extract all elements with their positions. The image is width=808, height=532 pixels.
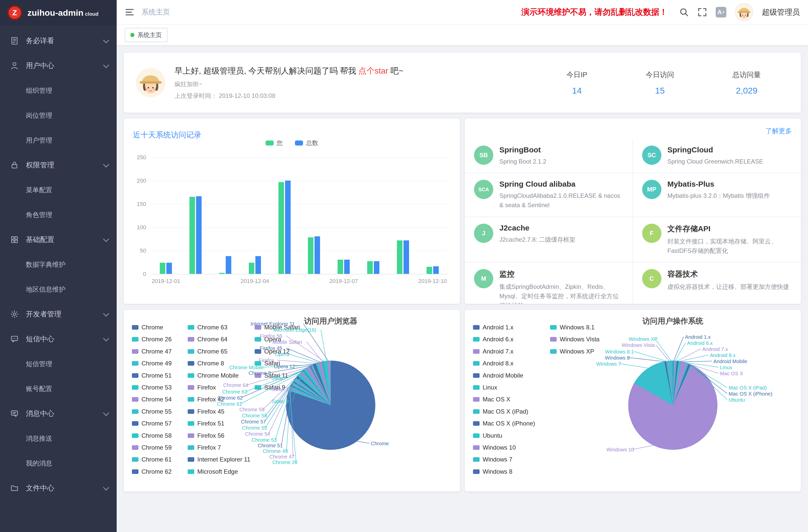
- pie-callout-label: Chrome 8: [249, 370, 271, 376]
- font-icon-letter: A: [717, 8, 722, 16]
- legend-item[interactable]: Chrome 55: [132, 408, 172, 415]
- sidebar-subitem[interactable]: 地区信息维护: [0, 277, 117, 302]
- legend-item[interactable]: 总数: [295, 139, 318, 147]
- sidebar-subitem[interactable]: 短信管理: [0, 351, 117, 376]
- legend-item[interactable]: Windows 8.1: [550, 324, 600, 331]
- y-axis-tick: 150: [132, 201, 146, 207]
- legend-item[interactable]: Internet Explorer 11: [188, 456, 250, 463]
- legend-item[interactable]: Chrome 58: [132, 432, 172, 439]
- legend-item[interactable]: Android 8.x: [473, 360, 535, 367]
- legend-item[interactable]: Windows 7: [473, 456, 535, 463]
- sidebar-subitem[interactable]: 消息推送: [0, 426, 117, 451]
- legend-item[interactable]: Chrome 65: [188, 348, 250, 355]
- legend-item[interactable]: Chrome 61: [132, 456, 172, 463]
- pie-callout-label: Android 6.x: [687, 340, 713, 346]
- framework-title: SpringBoot: [499, 146, 546, 154]
- legend-item[interactable]: Firefox 7: [188, 444, 250, 451]
- last-login-line: 上次登录时间： 2019-12-10 10:03:08: [175, 92, 403, 100]
- legend-item[interactable]: Windows XP: [550, 348, 600, 355]
- frameworks-card-header: 了解更多: [766, 126, 792, 135]
- sidebar-subitem[interactable]: 用户管理: [0, 128, 117, 153]
- legend-item[interactable]: Android 7.x: [473, 348, 535, 355]
- app-logo: Z zuihou-admincloud: [0, 0, 117, 25]
- pie-callout-label: Ubuntu: [729, 397, 745, 403]
- pie-callout-label: Chrome 57: [241, 419, 266, 425]
- tab-label: 系统主页: [137, 31, 162, 39]
- legend-item[interactable]: Android 1.x: [473, 324, 535, 331]
- legend-item[interactable]: Chrome 49: [132, 360, 172, 367]
- sidebar-subitem[interactable]: 账号配置: [0, 376, 117, 401]
- legend-item[interactable]: Mac OS X: [473, 396, 535, 403]
- legend-item[interactable]: Windows 8: [473, 469, 535, 475]
- sidebar-item[interactable]: 文件中心: [0, 476, 117, 500]
- greeting-title-suffix: 吧~: [388, 66, 404, 75]
- legend-item[interactable]: Chrome 59: [132, 444, 172, 451]
- legend-item[interactable]: Ubuntu: [473, 432, 535, 439]
- doc-icon: [10, 37, 19, 45]
- legend-item[interactable]: Chrome 53: [132, 384, 172, 391]
- bar-segment: [433, 266, 439, 274]
- legend-item[interactable]: Mac OS X (iPad): [473, 408, 535, 415]
- sidebar-subitem[interactable]: 组织管理: [0, 78, 117, 103]
- sidebar-item[interactable]: 用户中心: [0, 53, 117, 78]
- sidebar-item[interactable]: 消息中心: [0, 401, 117, 426]
- legend-item[interactable]: Chrome 57: [132, 420, 172, 427]
- legend-item[interactable]: 您: [265, 139, 283, 147]
- bar-segment: [219, 273, 225, 274]
- pie-callout-label: Safari: [271, 375, 284, 381]
- legend-item[interactable]: Windows 10: [473, 444, 535, 451]
- frameworks-card: 了解更多 SBSpringBootSpring Boot 2.1.2SCSpri…: [465, 119, 801, 304]
- legend-item[interactable]: Chrome 51: [132, 372, 172, 379]
- sidebar-subitem[interactable]: 我的消息: [0, 451, 117, 476]
- sidebar-item[interactable]: 开发者管理: [0, 302, 117, 327]
- legend-item[interactable]: Chrome 54: [132, 396, 172, 403]
- sidebar-item[interactable]: 基础配置: [0, 227, 117, 252]
- fullscreen-icon[interactable]: [697, 7, 707, 17]
- chevron-down-icon: [103, 161, 109, 167]
- star-link[interactable]: 点个star: [359, 66, 388, 75]
- framework-desc: 集成SpringBootAdmin、Zipkin、Redis、Mysql、定时任…: [499, 282, 623, 304]
- legend-item[interactable]: Android Mobile: [473, 372, 535, 379]
- user-icon: [10, 61, 19, 70]
- legend-item[interactable]: Firefox 56: [188, 432, 250, 439]
- legend-item[interactable]: Microsoft Edge: [188, 469, 250, 475]
- gear-icon: [10, 310, 19, 318]
- bar-segment: [160, 263, 165, 274]
- pie-callout-label: Chrome 26: [272, 459, 297, 465]
- legend-item[interactable]: Chrome 26: [132, 336, 172, 343]
- sidebar-subitem[interactable]: 岗位管理: [0, 103, 117, 128]
- sidebar-item[interactable]: 务必详看: [0, 29, 117, 53]
- collapse-sidebar-icon[interactable]: [125, 7, 134, 17]
- last-login-label: 上次登录时间：: [175, 92, 217, 99]
- sidebar-subitem[interactable]: 菜单配置: [0, 178, 117, 202]
- legend-item[interactable]: Chrome 47: [132, 348, 172, 355]
- user-avatar[interactable]: [735, 3, 753, 21]
- legend-item[interactable]: Windows Vista: [550, 336, 600, 343]
- bar-chart[interactable]: 0501001502002502019-12-012019-12-042019-…: [132, 157, 452, 290]
- sidebar-item[interactable]: 短信中心: [0, 327, 117, 351]
- visits-chart-card: 近十天系统访问记录 您总数 0501001502002502019-12-012…: [124, 119, 460, 304]
- legend-item[interactable]: Chrome 62: [132, 469, 172, 475]
- learn-more-link[interactable]: 了解更多: [766, 127, 792, 135]
- y-axis-tick: 50: [132, 247, 146, 254]
- pie-callout-label: Chrome 53: [252, 437, 277, 443]
- sidebar-subitem[interactable]: 数据字典维护: [0, 252, 117, 277]
- legend-item[interactable]: Chrome 64: [188, 336, 250, 343]
- bar-chart-title: 近十天系统访问记录: [133, 130, 201, 140]
- logo-suffix-text: cloud: [85, 11, 98, 17]
- font-size-icon[interactable]: A+: [716, 7, 726, 18]
- legend-item[interactable]: Chrome: [132, 324, 172, 331]
- legend-item[interactable]: Chrome Mobile: [188, 372, 250, 379]
- pie-chart[interactable]: [628, 361, 717, 450]
- legend-item[interactable]: Mac OS X (iPhone): [473, 420, 535, 427]
- browser-pie-card: 访问用户浏览器ChromeChrome 26Chrome 47Chrome 49…: [124, 310, 460, 491]
- sidebar-subitem[interactable]: 角色管理: [0, 202, 117, 227]
- sidebar-item[interactable]: 权限管理: [0, 153, 117, 178]
- legend-item[interactable]: Linux: [473, 384, 535, 391]
- legend-item[interactable]: Chrome 63: [188, 324, 250, 331]
- legend-item[interactable]: Android 6.x: [473, 336, 535, 343]
- pie-callout-label: Chrome 61: [217, 401, 242, 407]
- tab-home[interactable]: 系统主页: [125, 28, 167, 42]
- search-icon[interactable]: [679, 7, 689, 17]
- logo-text: zuihou-admincloud: [27, 8, 98, 18]
